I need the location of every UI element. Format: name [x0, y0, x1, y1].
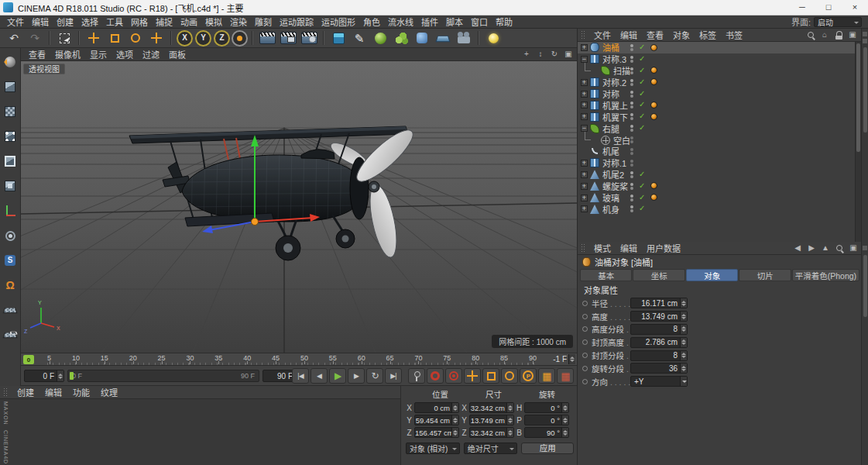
attribute-value-field[interactable]: +Y [630, 376, 688, 387]
add-primitive-button[interactable] [328, 29, 348, 47]
menu-item[interactable]: 角色 [359, 16, 384, 28]
menu-item[interactable]: 编辑 [616, 29, 642, 41]
spinner[interactable] [506, 428, 513, 437]
menu-item[interactable]: 文件 [3, 16, 28, 28]
size-mode-select[interactable]: 绝对尺寸 [464, 443, 518, 454]
object-row[interactable]: 机尾 [578, 146, 856, 157]
menu-item[interactable]: 插件 [417, 16, 442, 28]
menu-item[interactable]: 模拟 [201, 16, 226, 28]
visibility-dots-icon[interactable] [630, 148, 633, 155]
menu-item[interactable]: 帮助 [492, 16, 516, 28]
object-row[interactable]: 对称.1 [578, 157, 856, 169]
object-row[interactable]: 对称.2 [578, 77, 856, 88]
viewport-menu-item[interactable]: 显示 [85, 48, 112, 60]
viewport-menu-item[interactable]: 选项 [112, 48, 138, 60]
menu-item[interactable]: 编辑 [28, 16, 53, 28]
object-row[interactable]: 右腿 [578, 122, 856, 134]
spinner[interactable] [680, 298, 687, 308]
enable-check-icon[interactable] [639, 204, 648, 213]
spinner[interactable] [506, 403, 513, 412]
visibility-dots-icon[interactable] [630, 102, 633, 108]
keyframe-selection-button[interactable] [445, 368, 462, 384]
position-field[interactable]: 59.454 cm [414, 415, 459, 425]
keyframe-dot-icon[interactable] [582, 314, 588, 319]
visibility-dots-icon[interactable] [630, 183, 633, 190]
mograph-button[interactable] [391, 29, 411, 47]
menu-item[interactable]: 功能 [67, 386, 95, 398]
menu-item[interactable]: 运动跟踪 [276, 16, 317, 28]
visibility-dots-icon[interactable] [630, 195, 633, 202]
move-tool[interactable] [84, 29, 104, 47]
object-row[interactable]: 扫描 [578, 65, 856, 77]
expand-toggle-icon[interactable] [581, 56, 588, 63]
render-view-button[interactable] [257, 29, 277, 47]
material-tag-icon[interactable] [650, 182, 657, 189]
polygons-mode-button[interactable] [1, 176, 19, 196]
texture-mode-button[interactable] [1, 102, 19, 122]
menu-item[interactable]: 编辑 [616, 242, 642, 254]
rotate-view-icon[interactable]: ↻ [548, 49, 561, 60]
material-tag-icon[interactable] [650, 194, 657, 201]
enable-check-icon[interactable] [639, 181, 648, 191]
enable-check-icon[interactable] [639, 78, 648, 87]
object-row[interactable]: 空白 [578, 134, 856, 146]
spinner[interactable] [680, 312, 687, 321]
expand-toggle-icon[interactable] [581, 160, 588, 167]
attribute-value-field[interactable]: 8 [630, 324, 688, 335]
menu-item[interactable]: 创建 [53, 16, 77, 28]
record-parameter-toggle[interactable]: P [520, 368, 537, 384]
spinner[interactable] [451, 403, 458, 412]
prev-frame-button[interactable]: ◀ [310, 368, 328, 384]
menu-item[interactable]: 工具 [102, 16, 127, 28]
spinner[interactable] [57, 370, 63, 381]
spinner[interactable] [680, 325, 687, 334]
position-field[interactable]: 156.457 cm [414, 427, 459, 438]
light-button[interactable] [483, 29, 503, 47]
viewport-menu-item[interactable]: 面板 [164, 48, 190, 60]
attribute-section-header[interactable]: 对象属性 [578, 284, 862, 295]
viewport-menu-item[interactable]: 摄像机 [50, 48, 85, 60]
view-label[interactable]: 透视视图 [23, 64, 65, 74]
menu-item[interactable]: 脚本 [442, 16, 467, 28]
model-mode-button[interactable] [1, 77, 19, 97]
enable-snap-button[interactable]: S [1, 250, 19, 270]
menu-item[interactable]: 创建 [12, 386, 39, 398]
search-icon[interactable] [834, 243, 845, 253]
object-row[interactable]: 对称.3 [578, 53, 856, 65]
layout-tab-icon[interactable] [863, 32, 867, 36]
attribute-tab[interactable]: 平滑着色(Phong) [792, 269, 859, 281]
menu-item[interactable]: 窗口 [467, 16, 492, 28]
enable-check-icon[interactable] [639, 54, 648, 64]
playhead-marker[interactable]: 0 [23, 355, 34, 364]
last-used-tool[interactable] [146, 29, 166, 47]
environment-button[interactable] [433, 29, 453, 47]
spinner[interactable] [680, 338, 687, 347]
object-tree-scrollbar[interactable] [855, 42, 861, 242]
up-icon[interactable]: ▲ [820, 243, 831, 253]
visibility-dots-icon[interactable] [630, 125, 633, 132]
enable-check-icon[interactable] [639, 66, 648, 75]
menu-item[interactable]: 书签 [721, 29, 747, 41]
menu-item[interactable]: 选择 [77, 16, 102, 28]
rotation-field[interactable]: 0 ° [524, 402, 569, 413]
timeline-slider[interactable]: 0 F 90 F [67, 370, 259, 382]
visibility-dots-icon[interactable] [630, 160, 633, 167]
material-tag-icon[interactable] [650, 113, 657, 120]
record-scale-toggle[interactable] [482, 368, 499, 384]
rotation-field[interactable]: 90 ° [524, 427, 569, 438]
scale-tool[interactable] [105, 29, 125, 47]
viewport-menu-item[interactable]: 查看 [24, 48, 50, 60]
enable-check-icon[interactable] [639, 112, 648, 121]
layout-tab-icon[interactable] [863, 246, 867, 250]
visibility-dots-icon[interactable] [630, 79, 633, 86]
menu-item[interactable]: 渲染 [226, 16, 251, 28]
size-field[interactable]: 32.342 cm [469, 427, 514, 438]
next-frame-button[interactable]: ▶ [348, 368, 365, 384]
enable-check-icon[interactable] [639, 89, 648, 98]
frame-offset-field[interactable]: -1 F [543, 353, 577, 366]
attribute-value-field[interactable]: 13.749 cm [630, 311, 688, 322]
spline-pen-button[interactable]: ✎ [349, 29, 369, 47]
menu-item[interactable]: 模式 [589, 242, 616, 254]
spinner[interactable] [680, 351, 687, 360]
lock-x-axis[interactable]: X [177, 30, 193, 46]
